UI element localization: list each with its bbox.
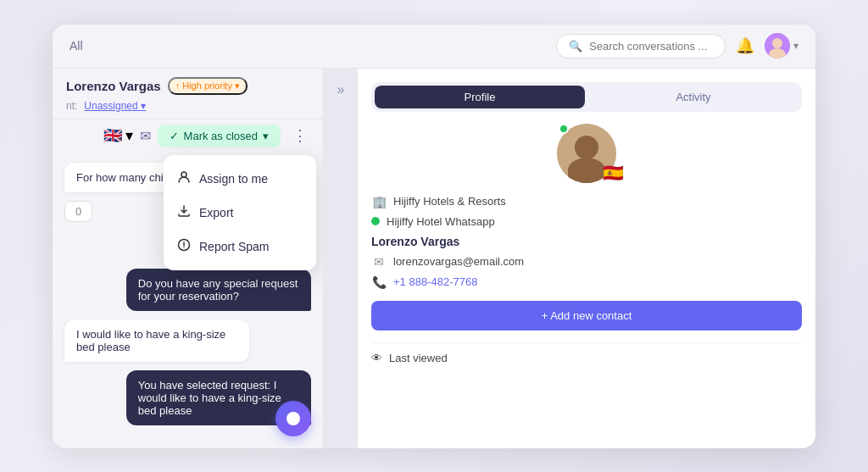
export-icon (177, 204, 191, 221)
panel-divider: » (324, 69, 358, 448)
search-bar[interactable]: 🔍 (556, 34, 726, 58)
email-icon[interactable]: ✉ (140, 128, 151, 144)
report-spam-item[interactable]: Report Spam (164, 230, 316, 264)
user-avatar (765, 33, 790, 58)
whatsapp-channel: Hijiffy Hotel Whatsapp (387, 215, 495, 228)
top-bar-left: All (70, 39, 83, 53)
company-row: 🏢 Hijiffy Hotels & Resorts (371, 195, 802, 208)
svg-point-7 (575, 136, 598, 159)
mark-closed-label: Mark as closed (184, 130, 258, 142)
top-bar-right: 🔍 🔔 ▾ (556, 33, 798, 58)
all-label: All (70, 39, 83, 53)
whatsapp-icon (371, 217, 380, 225)
content-area: Lorenzo Vargas ↑ High priority ▾ nt: Una… (53, 69, 815, 448)
flag-icon: 🇬🇧 (103, 126, 122, 145)
dropdown-menu: Assign to me Export (164, 155, 316, 270)
right-panel: Profile Activity 🇪🇸 (358, 69, 815, 448)
message-outgoing-2: Do you have any special request for your… (126, 269, 311, 311)
more-options-button[interactable]: ⋮ (287, 125, 313, 147)
report-spam-label: Report Spam (199, 240, 269, 253)
message-incoming-2: I would like to have a king-size bed ple… (64, 319, 249, 362)
mark-closed-chevron-icon: ▾ (263, 130, 269, 142)
assignee-chevron-icon: ▾ (141, 100, 146, 112)
assignee-prefix: nt: (66, 100, 77, 112)
mark-closed-button[interactable]: ✓ Mark as closed ▾ (158, 125, 281, 147)
profile-email: lorenzovargas@email.com (393, 255, 524, 268)
last-viewed-row: 👁 Last viewed (371, 342, 802, 364)
record-button[interactable] (275, 401, 311, 436)
collapse-icon[interactable]: » (337, 82, 345, 97)
phone-row: 📞 +1 888-482-7768 (371, 275, 802, 289)
last-viewed-label: Last viewed (389, 352, 448, 364)
priority-badge[interactable]: ↑ High priority ▾ (168, 77, 248, 95)
profile-phone[interactable]: +1 888-482-7768 (393, 275, 477, 288)
profile-avatar-area: 🇪🇸 (371, 124, 802, 183)
eye-icon: 👁 (371, 352, 382, 364)
profile-info: 🏢 Hijiffy Hotels & Resorts Hijiffy Hotel… (371, 195, 802, 289)
export-item[interactable]: Export (164, 196, 316, 230)
name-row: Lorenzo Vargas (371, 235, 802, 248)
country-flag: 🇪🇸 (603, 163, 624, 183)
tab-group: Profile Activity (371, 82, 802, 112)
add-contact-button[interactable]: + Add new contact (371, 301, 802, 330)
assign-to-me-label: Assign to me (199, 172, 268, 186)
conv-header-top: Lorenzo Vargas ↑ High priority ▾ (66, 77, 309, 95)
checkmark-icon: ✓ (170, 130, 179, 142)
priority-arrow-icon: ↑ (175, 81, 181, 91)
company-name: Hijiffy Hotels & Resorts (393, 195, 506, 208)
top-bar: All 🔍 🔔 ▾ (53, 25, 815, 69)
counter-badge: 0 (64, 201, 92, 222)
priority-chevron-icon: ▾ (235, 81, 240, 92)
user-avatar-wrap[interactable]: ▾ (765, 33, 798, 58)
phone-icon: 📞 (371, 275, 387, 289)
language-flag-button[interactable]: 🇬🇧 ▾ (103, 126, 133, 145)
user-chevron-icon: ▾ (793, 40, 798, 52)
contact-name: Lorenzo Vargas (66, 79, 161, 93)
flag-chevron-icon: ▾ (125, 126, 133, 145)
email-row: ✉ lorenzovargas@email.com (371, 255, 802, 269)
svg-point-8 (568, 159, 605, 183)
profile-name: Lorenzo Vargas (371, 235, 459, 248)
bell-icon[interactable]: 🔔 (736, 36, 754, 55)
spam-icon (177, 238, 191, 255)
whatsapp-row: Hijiffy Hotel Whatsapp (371, 215, 802, 228)
left-panel: Lorenzo Vargas ↑ High priority ▾ nt: Una… (53, 69, 324, 448)
online-indicator (559, 124, 569, 134)
tab-activity[interactable]: Activity (588, 86, 798, 108)
building-icon: 🏢 (371, 195, 387, 208)
svg-point-5 (183, 247, 184, 247)
record-icon (287, 412, 300, 425)
mail-icon: ✉ (371, 255, 387, 269)
assign-icon (177, 170, 191, 187)
assignee-value[interactable]: Unassigned ▾ (84, 100, 146, 112)
svg-point-1 (772, 38, 782, 48)
search-icon: 🔍 (569, 40, 582, 53)
conv-header-bottom: nt: Unassigned ▾ (66, 100, 309, 112)
search-input[interactable] (589, 40, 713, 53)
toolbar: 🇬🇧 ▾ ✉ ✓ Mark as closed ▾ ⋮ (53, 119, 323, 153)
conversation-header: Lorenzo Vargas ↑ High priority ▾ nt: Una… (53, 69, 323, 119)
add-contact-label: + Add new contact (542, 309, 632, 322)
tab-profile[interactable]: Profile (375, 86, 585, 108)
priority-label: High priority (182, 81, 232, 91)
assign-to-me-item[interactable]: Assign to me (164, 162, 316, 196)
svg-point-3 (181, 172, 186, 177)
export-label: Export (199, 206, 233, 219)
